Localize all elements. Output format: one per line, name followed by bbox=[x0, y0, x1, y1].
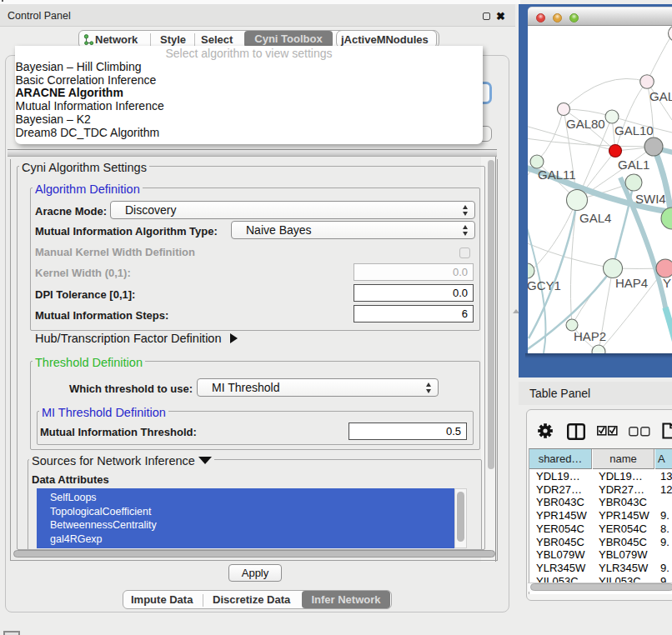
svg-text:SWI4: SWI4 bbox=[635, 192, 666, 206]
svg-text:HAP2: HAP2 bbox=[574, 329, 606, 343]
svg-text:GAL10: GAL10 bbox=[614, 123, 654, 138]
svg-text:GAL80: GAL80 bbox=[566, 117, 605, 131]
svg-text:GAL2: GAL2 bbox=[649, 89, 672, 103]
svg-text:GCY1: GCY1 bbox=[528, 278, 561, 292]
svg-text:GAL4: GAL4 bbox=[579, 211, 611, 225]
svg-text:GAL1: GAL1 bbox=[618, 158, 649, 172]
svg-text:Y: Y bbox=[663, 276, 671, 290]
svg-text:HAP4: HAP4 bbox=[615, 276, 648, 290]
svg-text:GAL11: GAL11 bbox=[538, 168, 576, 182]
